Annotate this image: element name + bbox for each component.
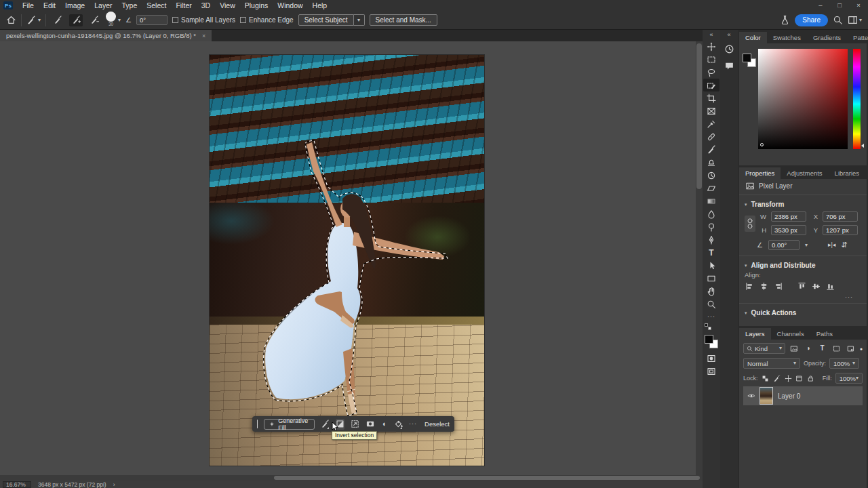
- lock-artboard-icon[interactable]: [795, 373, 804, 384]
- menu-file[interactable]: File: [18, 0, 39, 11]
- more-options-button[interactable]: ···: [409, 419, 417, 430]
- marquee-tool-icon[interactable]: [703, 53, 719, 66]
- object-selection-tool-icon[interactable]: [703, 79, 719, 92]
- zoom-level-field[interactable]: 16.67%: [3, 481, 31, 488]
- pen-tool-icon[interactable]: [703, 233, 719, 246]
- horizontal-scrollbar-thumb[interactable]: [274, 476, 700, 480]
- document-image[interactable]: [209, 54, 485, 466]
- foreground-color-swatch[interactable]: [705, 335, 713, 344]
- selection-brush-icon[interactable]: [321, 419, 330, 430]
- fill-dropdown[interactable]: 100%▾: [835, 373, 863, 384]
- width-field[interactable]: 2386 px: [771, 211, 806, 222]
- menu-image[interactable]: Image: [60, 0, 90, 11]
- home-icon[interactable]: [6, 15, 16, 25]
- select-subject-split-button[interactable]: Select Subject ▾: [298, 14, 365, 26]
- subtract-from-selection-mode-button[interactable]: [87, 14, 101, 26]
- healing-brush-tool-icon[interactable]: [703, 130, 719, 143]
- deselect-button[interactable]: Deselect: [425, 420, 450, 428]
- fill-selection-button[interactable]: [394, 419, 403, 430]
- flip-vertical-icon[interactable]: ⇵: [841, 241, 847, 249]
- select-subject-dropdown[interactable]: ▾: [354, 14, 365, 26]
- align-top-icon[interactable]: [797, 281, 807, 291]
- brush-angle-field[interactable]: 0°: [136, 15, 167, 25]
- opacity-dropdown[interactable]: 100%▾: [829, 358, 859, 369]
- menu-3d[interactable]: 3D: [197, 0, 215, 11]
- zoom-tool-icon[interactable]: [703, 298, 719, 310]
- feather-selection-button[interactable]: ◐: [381, 419, 388, 430]
- quick-mask-mode-icon[interactable]: [703, 352, 719, 365]
- align-center-horizontal-icon[interactable]: [759, 281, 769, 291]
- tab-swatches[interactable]: Swatches: [767, 32, 807, 43]
- filter-adjustment-layers-icon[interactable]: ◑: [802, 344, 814, 354]
- share-button[interactable]: Share: [795, 14, 828, 26]
- tab-gradients[interactable]: Gradients: [807, 32, 847, 43]
- transform-selection-button[interactable]: [351, 419, 359, 430]
- foreground-background-swatches[interactable]: [704, 334, 719, 349]
- lock-position-icon[interactable]: [784, 373, 792, 384]
- create-mask-button[interactable]: [366, 419, 375, 430]
- blend-mode-dropdown[interactable]: Normal▾: [743, 358, 800, 369]
- select-and-mask-button[interactable]: Select and Mask...: [370, 14, 437, 26]
- status-chevron-icon[interactable]: ›: [113, 481, 115, 488]
- clone-stamp-tool-icon[interactable]: [703, 156, 719, 169]
- align-center-vertical-icon[interactable]: [811, 281, 821, 291]
- tab-color[interactable]: Color: [739, 32, 767, 43]
- search-icon[interactable]: [833, 15, 843, 25]
- align-left-icon[interactable]: [745, 281, 755, 291]
- menu-select[interactable]: Select: [142, 0, 171, 11]
- filter-toggle-icon[interactable]: ●: [860, 346, 863, 351]
- new-selection-mode-button[interactable]: [51, 14, 64, 26]
- document-tab[interactable]: pexels-wellington-cunha-1918445.jpg @ 16…: [0, 30, 212, 41]
- lasso-tool-icon[interactable]: [703, 66, 719, 79]
- tab-channels[interactable]: Channels: [771, 328, 810, 340]
- eraser-tool-icon[interactable]: [703, 182, 719, 195]
- menu-plugins[interactable]: Plugins: [240, 0, 273, 11]
- layer-visibility-toggle[interactable]: [743, 392, 760, 400]
- move-tool-icon[interactable]: [703, 40, 719, 53]
- collapse-toolbar-icon[interactable]: «: [709, 30, 713, 40]
- rotation-field[interactable]: 0.00°: [768, 240, 800, 250]
- menu-window[interactable]: Window: [273, 0, 307, 11]
- filter-type-layers-icon[interactable]: T: [816, 344, 828, 354]
- tab-close-icon[interactable]: ×: [202, 33, 205, 39]
- layer-thumbnail[interactable]: [760, 387, 773, 405]
- filter-pixel-layers-icon[interactable]: [788, 344, 800, 354]
- align-bottom-icon[interactable]: [825, 281, 835, 291]
- hand-tool-icon[interactable]: [703, 285, 719, 298]
- blur-tool-icon[interactable]: [703, 207, 719, 220]
- comments-panel-icon[interactable]: [721, 60, 737, 73]
- invert-selection-button[interactable]: [336, 419, 344, 430]
- history-brush-tool-icon[interactable]: [703, 169, 719, 182]
- menu-type[interactable]: Type: [117, 0, 142, 11]
- menu-layer[interactable]: Layer: [90, 0, 117, 11]
- lock-transparent-pixels-icon[interactable]: [762, 373, 770, 384]
- layer-name[interactable]: Layer 0: [778, 392, 800, 400]
- path-selection-tool-icon[interactable]: [703, 259, 719, 272]
- filter-kind-dropdown[interactable]: Kind ▾: [743, 343, 785, 354]
- hue-slider[interactable]: [853, 49, 861, 149]
- vertical-scrollbar-thumb[interactable]: [696, 43, 702, 189]
- type-tool-icon[interactable]: T: [703, 246, 719, 259]
- tab-layers[interactable]: Layers: [739, 328, 771, 340]
- menu-view[interactable]: View: [215, 0, 240, 11]
- lock-image-pixels-icon[interactable]: [772, 373, 781, 384]
- transform-section-header[interactable]: ▾Transform: [739, 197, 867, 209]
- menu-filter[interactable]: Filter: [171, 0, 196, 11]
- menu-edit[interactable]: Edit: [39, 0, 60, 11]
- chevron-down-icon[interactable]: ▾: [805, 243, 808, 248]
- brush-size-picker[interactable]: 30 ▾: [106, 14, 121, 26]
- add-to-selection-mode-button[interactable]: [69, 14, 83, 26]
- default-colors-icon[interactable]: [705, 323, 711, 330]
- x-field[interactable]: 706 px: [823, 211, 858, 222]
- history-panel-icon[interactable]: [721, 43, 737, 56]
- taskbar-drag-handle[interactable]: [257, 420, 258, 428]
- frame-tool-icon[interactable]: [703, 104, 719, 117]
- dodge-tool-icon[interactable]: [703, 220, 719, 233]
- color-panel-swatches[interactable]: [742, 53, 757, 68]
- tab-adjustments[interactable]: Adjustments: [781, 167, 828, 179]
- crop-tool-icon[interactable]: [703, 92, 719, 104]
- flip-horizontal-icon[interactable]: ▸|◂: [828, 242, 835, 248]
- y-field[interactable]: 1207 px: [823, 225, 858, 235]
- menu-help[interactable]: Help: [308, 0, 332, 11]
- generative-fill-button[interactable]: Generative Fill: [264, 419, 315, 430]
